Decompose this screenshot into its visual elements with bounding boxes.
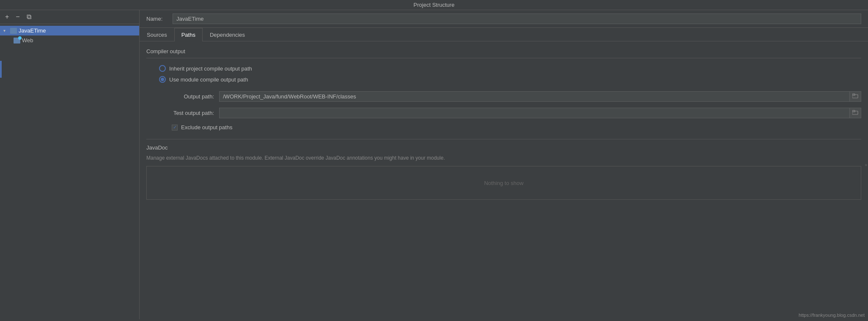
test-output-path-wrapper	[219, 108, 861, 118]
exclude-checkbox-row[interactable]: Exclude output paths	[172, 124, 861, 131]
radio-inherit-circle[interactable]	[159, 65, 166, 72]
output-path-browse[interactable]	[849, 92, 861, 101]
tab-sources[interactable]: Sources	[140, 28, 174, 41]
name-label: Name:	[146, 16, 168, 22]
test-output-path-input[interactable]	[220, 108, 849, 118]
test-output-path-label: Test output path:	[159, 110, 214, 116]
tabs-row: Sources Paths Dependencies	[140, 28, 868, 41]
add-button[interactable]: +	[3, 13, 11, 21]
exclude-label: Exclude output paths	[181, 124, 232, 131]
tab-paths[interactable]: Paths	[174, 28, 203, 41]
javadoc-header: JavaDoc	[146, 144, 861, 151]
dialog-title: Project Structure	[414, 2, 455, 8]
compiler-output-header: Compiler output	[146, 48, 861, 58]
javadoc-list: Nothing to show	[146, 166, 861, 200]
content-area: Compiler output Inherit project compile …	[140, 41, 868, 319]
javaetime-label: JavaETime	[19, 27, 136, 34]
radio-use-module-circle[interactable]	[159, 76, 166, 83]
radio-group: Inherit project compile output path Use …	[159, 65, 861, 83]
web-badge	[18, 36, 22, 40]
tree-item-web[interactable]: Web	[0, 35, 139, 45]
sidebar: + − ⧉ ▾ JavaETime Web	[0, 10, 140, 319]
sidebar-toolbar: + − ⧉	[0, 10, 139, 24]
right-scroll: »	[865, 163, 868, 167]
web-folder-icon	[14, 38, 20, 44]
radio-inherit-label: Inherit project compile output path	[169, 65, 252, 72]
tree-item-javaetime[interactable]: ▾ JavaETime	[0, 26, 139, 35]
web-label: Web	[22, 37, 136, 44]
exclude-checkbox[interactable]	[172, 125, 178, 131]
output-path-label: Output path:	[159, 93, 214, 100]
output-path-wrapper	[219, 91, 861, 102]
radio-use-module-label: Use module compile output path	[169, 76, 248, 83]
content-panel: Name: Sources Paths Dependencies Compile…	[140, 10, 868, 319]
active-indicator	[0, 61, 2, 78]
folder-icon	[10, 28, 17, 34]
watermark: https://frankyoung.blog.csdn.net	[799, 313, 865, 318]
sidebar-tree: ▾ JavaETime Web	[0, 24, 139, 319]
radio-inherit[interactable]: Inherit project compile output path	[159, 65, 861, 72]
copy-button[interactable]: ⧉	[25, 13, 33, 21]
test-output-path-row: Test output path:	[159, 108, 861, 118]
tree-arrow: ▾	[3, 28, 8, 33]
radio-use-module[interactable]: Use module compile output path	[159, 76, 861, 83]
remove-button[interactable]: −	[14, 13, 21, 21]
name-input[interactable]	[173, 14, 861, 24]
javadoc-desc: Manage external JavaDocs attached to thi…	[146, 154, 861, 162]
name-row: Name:	[140, 10, 868, 28]
tab-dependencies[interactable]: Dependencies	[203, 28, 252, 41]
output-path-input[interactable]	[220, 92, 849, 101]
title-bar: Project Structure	[0, 0, 868, 10]
javadoc-empty-text: Nothing to show	[484, 180, 523, 186]
output-path-row: Output path:	[159, 91, 861, 102]
javadoc-section: JavaDoc Manage external JavaDocs attache…	[146, 139, 861, 200]
test-output-path-browse[interactable]	[849, 108, 861, 118]
